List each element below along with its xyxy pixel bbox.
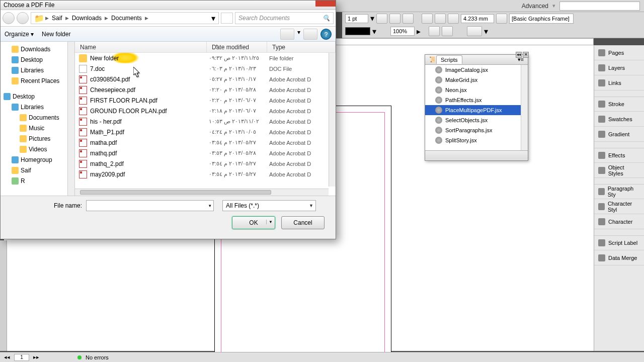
panel-tab[interactable]: Character Styl (594, 199, 644, 214)
preflight-status[interactable]: No errors (86, 354, 109, 360)
ctrl-button[interactable] (496, 14, 507, 24)
panel-tab[interactable]: Object Styles (594, 163, 644, 178)
file-row[interactable]: New folder٢٠١٣/١١/٢٥ ص ٠٩:٣٢File folder (75, 53, 336, 63)
panel-tab[interactable]: Swatches (594, 112, 644, 127)
file-list-header[interactable]: Name Date modified Type (75, 42, 336, 53)
fx-button[interactable] (403, 14, 414, 24)
file-row[interactable]: mathq_2.pdf٢٠١٣/٠٥/٢٧ م ٠٣:٥٤Adobe Acrob… (75, 158, 336, 169)
chevron-right-icon[interactable]: ▶ (45, 16, 49, 21)
panel-tab[interactable]: Links (594, 75, 644, 90)
column-name[interactable]: Name (75, 42, 207, 52)
chevron-down-icon[interactable]: ▾ (372, 27, 376, 36)
panel-collapse-icon[interactable]: ◂◂ (516, 52, 522, 58)
refresh-button[interactable] (221, 13, 233, 24)
tree-item[interactable]: Documents (1, 112, 74, 123)
script-item[interactable]: Neon.jsx (425, 85, 528, 95)
script-item[interactable]: PlaceMultipagePDF.jsx (425, 105, 528, 115)
chevron-right-icon[interactable]: ▶ (65, 16, 69, 21)
file-row[interactable]: mathq.pdf٢٠١٣/٠٥/٢٨ م ٠٣:٥٣Adobe Acrobat… (75, 148, 336, 158)
file-row[interactable]: Cheesepiece.pdf٢٠١٣/٠٥/٢٨ م ٠٢:٢٠Adobe A… (75, 84, 336, 95)
tree-item[interactable]: Desktop (1, 91, 74, 102)
column-type[interactable]: Type (267, 42, 336, 52)
file-row[interactable]: 7.doc٢٠١٣/١٠/٢٣ م ٠٦:٠٣DOC File (75, 63, 336, 74)
scrollbar[interactable] (521, 65, 528, 150)
stroke-weight-input[interactable] (345, 14, 368, 23)
scripts-panel[interactable]: ◂◂ ✕ 📜 Scripts ▾≡ ImageCatalog.jsxMakeGr… (425, 54, 528, 161)
file-row[interactable]: GROUND FLOOR PLAN.pdf٢٠١٣/٠٦/٠٧ م ٠٢:١٨A… (75, 106, 336, 116)
ctrl-button[interactable] (389, 14, 400, 24)
script-item[interactable]: PathEffects.jsx (425, 95, 528, 105)
panel-tab[interactable]: Character (594, 214, 644, 229)
panel-tab[interactable]: Data Merge (594, 250, 644, 265)
page-number-input[interactable] (14, 354, 29, 361)
tree-item[interactable]: Pictures (1, 133, 74, 144)
file-row[interactable]: his - her.pdf٢٠١٣/١١/٠٢ ص ١٠:٥٣Adobe Acr… (75, 116, 336, 127)
scrollbar-thumb[interactable] (80, 190, 271, 195)
object-style-select[interactable] (509, 14, 574, 24)
file-row[interactable]: matha.pdf٢٠١٣/٠٥/٢٧ م ٠٣:٥٤Adobe Acrobat… (75, 137, 336, 148)
scrollbar-horizontal[interactable] (75, 189, 329, 196)
file-row[interactable]: may2009.pdf٢٠١٣/٠٥/٢٧ م ٠٣:٥٤Adobe Acrob… (75, 169, 336, 179)
filename-input[interactable] (86, 200, 214, 211)
nav-back-button[interactable] (3, 12, 15, 24)
tree-item[interactable]: Libraries (1, 65, 74, 75)
tree-item[interactable]: R (1, 175, 74, 186)
file-row[interactable]: c03908504.pdf٢٠١٣/١٠/١٧ م ٠٥:٢٧Adobe Acr… (75, 74, 336, 84)
chevron-right-icon[interactable]: ▶ (145, 16, 148, 21)
preview-pane-button[interactable] (303, 29, 317, 40)
left-toolbox[interactable] (0, 240, 7, 351)
script-item[interactable]: SortParagraphs.jsx (425, 125, 528, 135)
page-nav-prev[interactable]: ◂◂ (4, 354, 10, 360)
file-row[interactable]: FIRST FLOOR PLAN.pdf٢٠١٣/٠٦/٠٧ م ٠٢:٢٠Ad… (75, 95, 336, 106)
zoom-input[interactable] (390, 27, 415, 36)
new-folder-button[interactable]: New folder (42, 31, 70, 38)
script-item[interactable]: MakeGrid.jsx (425, 75, 528, 85)
cancel-button[interactable]: Cancel (281, 216, 325, 229)
file-list[interactable]: New folder٢٠١٣/١١/٢٥ ص ٠٩:٣٢File folder7… (75, 53, 336, 179)
help-search-input[interactable] (559, 2, 640, 11)
breadcrumb-bar[interactable]: 📁 ▶ Saif ▶ Downloads ▶ Documents ▶ ▾ (31, 12, 219, 24)
tree-item[interactable]: Recent Places (1, 75, 74, 86)
panel-tab[interactable]: Stroke (594, 97, 644, 112)
chevron-down-icon[interactable]: ▾ (209, 203, 211, 208)
organize-menu[interactable]: Organize ▾ (5, 31, 34, 38)
scrollbar[interactable] (67, 42, 74, 196)
chevron-down-icon[interactable]: ▾ (297, 29, 300, 40)
script-item[interactable]: SplitStory.jsx (425, 135, 528, 145)
tree-item[interactable]: Desktop (1, 54, 74, 65)
search-icon[interactable]: 🔍 (323, 15, 330, 22)
file-row[interactable]: Math_P1.pdf٢٠١٣/١٠/٠٥ م ٠٤:٢٤Adobe Acrob… (75, 127, 336, 137)
workspace-switcher[interactable]: Advanced (522, 3, 548, 10)
script-item[interactable]: ImageCatalog.jsx (425, 65, 528, 75)
scripts-list[interactable]: ImageCatalog.jsxMakeGrid.jsxNeon.jsxPath… (425, 65, 528, 150)
wrap-button[interactable] (435, 14, 446, 24)
align-button[interactable] (429, 26, 440, 36)
tree-item[interactable]: Saif (1, 165, 74, 175)
filetype-select[interactable]: All Files (*.*) (222, 200, 316, 211)
chevron-right-icon[interactable]: ▸ (417, 27, 421, 36)
tree-item[interactable]: Downloads (1, 44, 74, 54)
dialog-search-input[interactable]: Search Documents 🔍 (235, 12, 334, 24)
tree-item[interactable]: Homegroup (1, 154, 74, 165)
tree-item[interactable]: Music (1, 123, 74, 133)
help-button[interactable]: ? (320, 29, 332, 40)
dialog-close-button[interactable] (315, 1, 336, 7)
panel-tab[interactable]: Script Label (594, 235, 644, 250)
tree-item[interactable]: Videos (1, 144, 74, 154)
script-item[interactable]: SelectObjects.jsx (425, 115, 528, 125)
stroke-style-button[interactable] (467, 26, 482, 36)
panel-tab[interactable]: Pages (594, 45, 644, 60)
ctrl-button[interactable] (376, 14, 387, 24)
panel-tab[interactable]: Paragraph Sty (594, 184, 644, 199)
view-mode-button[interactable] (280, 29, 294, 40)
wrap-button[interactable] (422, 14, 433, 24)
panel-tab[interactable]: Layers (594, 60, 644, 75)
scripts-tab[interactable]: 📜 Scripts ▾≡ (425, 55, 528, 65)
chevron-right-icon[interactable]: ▶ (105, 16, 108, 21)
wrap-button[interactable] (448, 14, 459, 24)
scrollbar-vertical[interactable] (329, 53, 336, 187)
tree-item[interactable]: Libraries (1, 102, 74, 112)
fill-swatch[interactable] (345, 27, 370, 35)
panel-tab[interactable]: Gradient (594, 127, 644, 142)
panel-close-icon[interactable]: ✕ (523, 52, 529, 58)
